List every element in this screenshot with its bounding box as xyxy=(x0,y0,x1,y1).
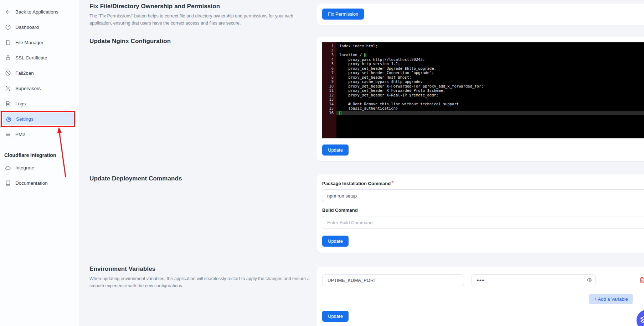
sidebar-item-label: Documentation xyxy=(15,180,48,186)
line-number: 14 xyxy=(322,102,336,106)
code-text: proxy_set_header X-Forwarded-For $proxy_… xyxy=(336,84,644,89)
env-section-intro: Environment Variables When updating envi… xyxy=(89,265,319,289)
sidebar-item-label: Integrate xyxy=(15,165,34,170)
line-number: 4 xyxy=(322,57,336,62)
package-command-input[interactable] xyxy=(322,189,644,202)
env-var-value-input[interactable] xyxy=(471,274,596,286)
menu-icon xyxy=(5,131,11,137)
sidebar-main-nav: Back to ApplicationsDashboardFile Manage… xyxy=(0,4,79,142)
delete-variable-button[interactable] xyxy=(639,277,644,285)
code-line-15: 15 {basic_authentication} xyxy=(322,106,644,111)
sidebar-item-pm2[interactable]: PM2 xyxy=(0,127,79,142)
fix-permission-button[interactable]: Fix Permission xyxy=(322,9,364,20)
toggle-visibility-button[interactable] xyxy=(587,277,593,284)
sidebar-item-documentation[interactable]: Documentation xyxy=(0,175,79,191)
nginx-code-editor[interactable]: 1index index.html;2 3location / {4 proxy… xyxy=(322,42,644,138)
book-icon xyxy=(5,180,11,186)
env-update-button[interactable]: Update xyxy=(322,311,349,322)
deploy-commands-card: Package Installation Command* Build Comm… xyxy=(317,174,644,253)
code-text: proxy_pass http://localhost:50243; xyxy=(336,57,644,62)
nginx-config-card: 1index index.html;2 3location / {4 proxy… xyxy=(317,37,644,161)
code-text: proxy_cache_bypass $http_upgrade; xyxy=(336,79,644,84)
fix-section-description: The "Fix Permissions" button helps to co… xyxy=(89,12,305,27)
code-line-3: 3location / { xyxy=(322,53,644,57)
code-text xyxy=(336,97,644,102)
fix-permission-card: Fix Permission xyxy=(317,4,644,25)
sidebar-item-settings[interactable]: Settings xyxy=(3,112,76,125)
sidebar-item-label: Fail2ban xyxy=(15,70,34,76)
nginx-update-button[interactable]: Update xyxy=(322,144,349,156)
line-number: 16 xyxy=(322,111,336,115)
cloud-icon xyxy=(5,165,11,171)
sidebar-item-ssl-certificate[interactable]: SSL Certificate xyxy=(0,50,79,65)
line-number: 6 xyxy=(322,66,336,71)
line-number: 7 xyxy=(322,70,336,75)
sidebar-item-back-to-applications[interactable]: Back to Applications xyxy=(0,4,79,20)
code-text: # Dont Remove this line without technica… xyxy=(336,102,644,106)
code-line-8: 8 proxy_set_header Host $host; xyxy=(322,75,644,80)
line-number: 8 xyxy=(322,75,336,80)
sidebar-item-dashboard[interactable]: Dashboard xyxy=(0,20,79,35)
line-number: 13 xyxy=(322,97,336,102)
code-line-1: 1index index.html; xyxy=(322,44,644,48)
code-text xyxy=(336,48,644,53)
sidebar-item-label: SSL Certificate xyxy=(15,55,47,61)
code-text: proxy_set_header Connection 'upgrade'; xyxy=(336,70,644,75)
code-text: proxy_set_header Upgrade $http_upgrade; xyxy=(336,66,644,71)
line-number: 15 xyxy=(322,106,336,111)
sidebar-section-label: Cloudflare Integration xyxy=(0,148,79,160)
code-text: } xyxy=(336,111,644,115)
sidebar: Back to ApplicationsDashboardFile Manage… xyxy=(0,0,79,326)
line-number: 1 xyxy=(322,44,336,48)
required-asterisk: * xyxy=(391,180,393,186)
file-icon xyxy=(5,40,11,46)
build-command-input[interactable] xyxy=(322,216,644,229)
sidebar-item-file-manager[interactable]: File Manager xyxy=(0,35,79,50)
sidebar-divider xyxy=(4,145,75,145)
gear-icon xyxy=(6,116,12,122)
env-var-value-wrap xyxy=(471,274,596,286)
file-text-icon xyxy=(5,101,11,107)
env-var-name-input[interactable] xyxy=(322,274,464,286)
sidebar-item-label: Dashboard xyxy=(15,25,39,30)
code-text: index index.html; xyxy=(336,44,644,48)
sidebar-item-supervisors[interactable]: Supervisors xyxy=(0,81,79,96)
sidebar-item-logs[interactable]: Logs xyxy=(0,96,79,111)
sidebar-item-label: Supervisors xyxy=(15,86,41,91)
fix-section-intro: Fix File/Directory Ownership and Permiss… xyxy=(89,3,305,27)
sidebar-cloudflare-nav: IntegrateDocumentation xyxy=(0,160,79,191)
code-line-11: 11 proxy_set_header X-Forwarded-Proto $s… xyxy=(322,88,644,93)
code-text: proxy_set_header X-Real-IP $remote_addr; xyxy=(336,93,644,98)
lock-icon xyxy=(5,55,11,61)
add-variable-button[interactable]: + Add a Variable xyxy=(589,294,633,304)
sidebar-item-integrate[interactable]: Integrate xyxy=(0,160,79,175)
package-command-label: Package Installation Command* xyxy=(322,180,393,186)
nginx-section-title: Update Nginx Configuration xyxy=(89,38,171,45)
sidebar-item-label: PM2 xyxy=(15,132,25,137)
code-line-12: 12 proxy_set_header X-Real-IP $remote_ad… xyxy=(322,93,644,98)
deploy-section-title: Update Deployment Commands xyxy=(89,175,182,182)
code-line-6: 6 proxy_set_header Upgrade $http_upgrade… xyxy=(322,66,644,71)
settings-page: Back to ApplicationsDashboardFile Manage… xyxy=(0,0,644,326)
code-line-7: 7 proxy_set_header Connection 'upgrade'; xyxy=(322,70,644,75)
env-section-title: Environment Variables xyxy=(89,265,319,273)
sidebar-item-label: Logs xyxy=(15,101,26,106)
editor-code-lines: 1index index.html;2 3location / {4 proxy… xyxy=(322,42,644,115)
code-text: location / { xyxy=(336,53,644,57)
tools-icon xyxy=(5,85,11,91)
env-section-description: When updating environment variables, the… xyxy=(89,275,319,289)
code-line-10: 10 proxy_set_header X-Forwarded-For $pro… xyxy=(322,84,644,89)
trash-icon xyxy=(639,277,644,285)
eye-icon xyxy=(587,277,593,284)
sidebar-item-fail2ban[interactable]: Fail2ban xyxy=(0,65,79,81)
line-number: 2 xyxy=(322,48,336,53)
deploy-update-button[interactable]: Update xyxy=(322,236,349,247)
deploy-section-intro: Update Deployment Commands xyxy=(89,175,182,182)
code-line-4: 4 proxy_pass http://localhost:50243; xyxy=(322,57,644,62)
sidebar-item-label: File Manager xyxy=(15,40,43,45)
code-line-14: 14 # Dont Remove this line without techn… xyxy=(322,102,644,106)
layers-icon xyxy=(637,314,644,326)
sidebar-item-label: Settings xyxy=(16,116,34,122)
line-number: 3 xyxy=(322,53,336,57)
matched-brace: } xyxy=(339,111,341,115)
